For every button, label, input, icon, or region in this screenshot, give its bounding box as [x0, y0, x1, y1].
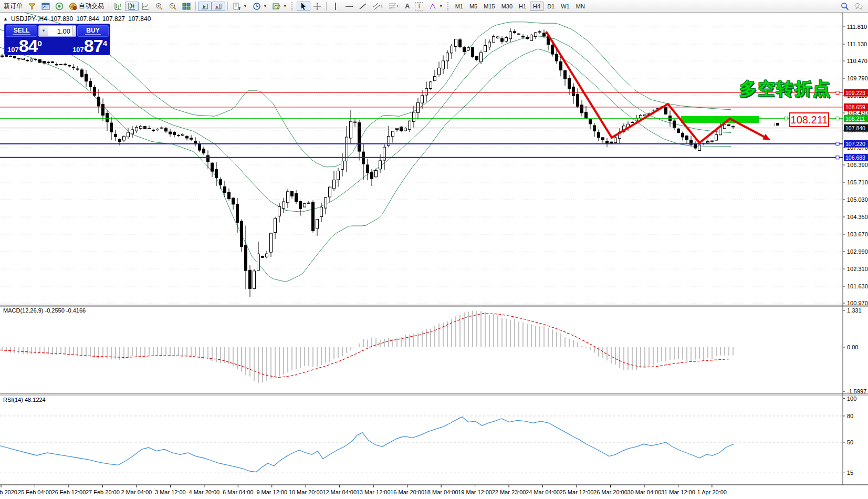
svg-text:18 Mar 04:00: 18 Mar 04:00: [424, 489, 458, 495]
chart-shift-icon[interactable]: [212, 2, 225, 11]
periods-button[interactable]: ▼: [250, 2, 270, 11]
candles: [1, 28, 735, 297]
hline-handle[interactable]: [836, 156, 839, 159]
indicators-button[interactable]: ▼: [230, 2, 250, 11]
toolbar-separator: [109, 2, 109, 11]
quote-low: 107.827: [102, 15, 125, 23]
green-zone-rectangle[interactable]: [681, 116, 759, 123]
svg-text:105.030: 105.030: [847, 196, 868, 203]
auto-scroll-icon[interactable]: [198, 2, 212, 11]
channel-letter: E: [381, 4, 383, 8]
timeframe-M15[interactable]: M15: [481, 2, 497, 11]
volume-down-button[interactable]: ▼: [39, 26, 48, 36]
timeframe-M5[interactable]: M5: [467, 2, 480, 11]
arrows-tool-button[interactable]: ▼: [426, 2, 446, 11]
bollinger-middle-line: [0, 29, 731, 212]
volume-input[interactable]: [48, 26, 72, 36]
arrows-caret: ▼: [439, 4, 443, 8]
cursor-icon[interactable]: [297, 2, 310, 11]
svg-text:100.970: 100.970: [847, 300, 868, 306]
crosshair-icon[interactable]: [310, 2, 324, 11]
svg-text:26 Mar 20:00: 26 Mar 20:00: [593, 489, 628, 495]
chart-canvas: 111.810111.130110.470109.790109.110108.4…: [0, 13, 868, 499]
svg-text:106.683: 106.683: [845, 154, 865, 161]
svg-text:107.220: 107.220: [845, 141, 865, 147]
timeframe-W1[interactable]: W1: [558, 2, 572, 11]
funnel-icon[interactable]: [25, 2, 39, 11]
line-chart-icon[interactable]: [139, 2, 152, 11]
svg-text:102.310: 102.310: [847, 266, 868, 272]
svg-text:10 Mar 20:00: 10 Mar 20:00: [289, 489, 323, 495]
svg-text:6 Mar 04:00: 6 Mar 04:00: [223, 489, 254, 495]
svg-text:108.659: 108.659: [845, 104, 865, 110]
trend-zigzag-arrows[interactable]: [546, 32, 768, 143]
macd-indicator-label: MACD(12,26,9) -0.2550 -0.4166: [3, 307, 86, 314]
candlestick-chart-icon[interactable]: [125, 2, 139, 11]
collapse-quote-arrow[interactable]: ▲: [3, 16, 8, 22]
horizontal-line-icon[interactable]: [342, 2, 356, 11]
buy-price[interactable]: 107874: [72, 37, 107, 55]
time-axis[interactable]: 23 Feb 202025 Feb 04:0026 Feb 12:0027 Fe…: [0, 485, 727, 495]
timeframe-H4[interactable]: H4: [530, 2, 543, 11]
trendline-icon[interactable]: [356, 2, 370, 11]
svg-text:16 Mar 20:00: 16 Mar 20:00: [390, 489, 424, 495]
svg-text:107.840: 107.840: [845, 125, 865, 131]
text-label-icon[interactable]: T: [412, 2, 425, 11]
svg-text:12 Mar 04:00: 12 Mar 04:00: [322, 489, 357, 495]
search-icon[interactable]: [841, 2, 849, 11]
svg-text:-1.5997: -1.5997: [847, 388, 866, 394]
toolbar-grip: [447, 2, 451, 11]
svg-text:105.710: 105.710: [847, 179, 868, 185]
hline-handle[interactable]: [836, 117, 839, 120]
svg-text:110.470: 110.470: [847, 58, 867, 64]
svg-text:2 Mar 04:00: 2 Mar 04:00: [121, 489, 152, 495]
fibonacci-icon[interactable]: F: [386, 2, 402, 11]
object-anchor-marker[interactable]: ↓: [773, 121, 779, 127]
zoom-in-icon[interactable]: [152, 2, 166, 11]
text-icon[interactable]: A: [402, 2, 412, 11]
sell-button[interactable]: SELL: [6, 25, 37, 37]
hline-handle[interactable]: [836, 91, 839, 95]
timeframe-MN[interactable]: MN: [573, 2, 588, 11]
timeframe-H1[interactable]: H1: [516, 2, 529, 11]
price-annotation-box[interactable]: 108.211: [789, 112, 829, 127]
svg-text:109.790: 109.790: [847, 75, 868, 81]
autotrading-button[interactable]: 自动交易: [66, 2, 107, 11]
svg-text:26 Feb 12:00: 26 Feb 12:00: [52, 489, 86, 495]
timeframe-D1[interactable]: D1: [545, 2, 557, 11]
timeframe-bar: M1M5M15M30H1H4D1W1MN: [453, 2, 588, 11]
svg-text:108.211: 108.211: [845, 116, 865, 122]
sell-price[interactable]: 107840: [7, 37, 42, 55]
one-click-trading-panel: SELL ▼ ▲ BUY 107840 107874: [4, 24, 110, 55]
svg-text:25 Mar 12:00: 25 Mar 12:00: [560, 489, 594, 495]
rsi-pane: [0, 416, 843, 473]
new-order-button[interactable]: 新订单: [1, 2, 25, 11]
svg-text:109.223: 109.223: [845, 90, 865, 96]
svg-text:80: 80: [847, 413, 853, 419]
svg-text:0.00: 0.00: [847, 344, 858, 350]
svg-text:22 Mar 23:00: 22 Mar 23:00: [492, 489, 526, 495]
zoom-out-icon[interactable]: [166, 2, 180, 11]
buy-button[interactable]: BUY: [77, 25, 109, 37]
tile-windows-icon[interactable]: [180, 2, 193, 11]
equidistant-channel-icon[interactable]: E: [370, 2, 386, 11]
volume-up-button[interactable]: ▲: [72, 26, 76, 36]
chat-icon[interactable]: [854, 2, 863, 11]
signal-icon[interactable]: [53, 2, 66, 11]
timeframe-M30[interactable]: M30: [499, 2, 515, 11]
quote-high: 107.844: [76, 15, 99, 23]
svg-text:4 Mar 20:00: 4 Mar 20:00: [189, 489, 219, 495]
market-watch-window-icon[interactable]: [39, 2, 53, 11]
svg-text:23 Feb 2020: 23 Feb 2020: [0, 489, 17, 495]
templates-button[interactable]: ▼: [270, 2, 290, 11]
svg-text:13 Mar 12:00: 13 Mar 12:00: [357, 489, 391, 495]
bar-chart-icon[interactable]: [111, 2, 125, 11]
svg-text:101.630: 101.630: [847, 283, 868, 289]
timeframe-M1[interactable]: M1: [453, 2, 466, 11]
pivot-annotation-text[interactable]: 多空转折点: [739, 77, 831, 101]
hline-handle[interactable]: [836, 142, 839, 145]
hline-handle[interactable]: [785, 117, 788, 120]
vertical-line-icon[interactable]: [329, 2, 342, 11]
quote-open: 107.830: [50, 15, 73, 23]
quote-close: 107.840: [128, 15, 151, 23]
